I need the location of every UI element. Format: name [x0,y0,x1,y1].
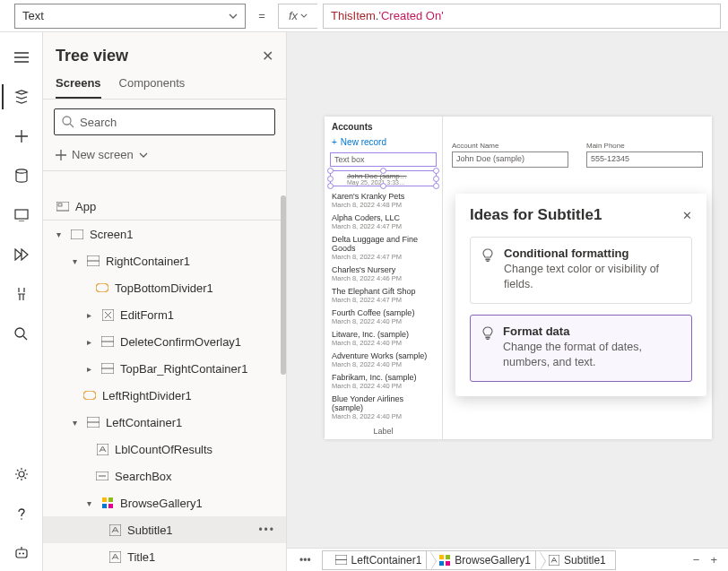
list-item[interactable]: The Elephant Gift ShopMarch 8, 2022 4:47… [332,285,435,307]
rail-treeview-icon[interactable] [2,79,41,115]
svg-rect-21 [102,497,107,502]
node-searchbox[interactable]: SearchBox [43,463,286,489]
node-title1[interactable]: Title1 [43,543,286,570]
list-item[interactable]: Litware, Inc. (sample)March 8, 2022 4:40… [332,328,435,350]
zoom-out-icon[interactable]: − [693,553,700,567]
breadcrumb-browsegallery1[interactable]: BrowseGallery1 [426,550,541,570]
treeview-title: Tree view [56,47,128,65]
tab-components[interactable]: Components [119,71,186,99]
breadcrumb-leftcontainer1[interactable]: LeftContainer1 [322,550,432,570]
idea-conditional-formatting[interactable]: Conditional formatting Change text color… [470,237,692,304]
zoom-controls[interactable]: −+ [693,553,721,567]
node-editform1[interactable]: ▸ EditForm1 [43,301,286,328]
treeview-tabs: Screens Components [43,71,286,99]
preview-selected-item[interactable]: John Doe (samp… May 25, 2021 3:33… [330,170,437,186]
node-label: LeftContainer1 [106,416,182,429]
svg-rect-11 [71,229,83,239]
container-icon [86,254,100,268]
list-item[interactable]: Adventure Works (sample)March 8, 2022 4:… [332,350,435,371]
property-dropdown[interactable]: Text [14,4,246,29]
tab-screens[interactable]: Screens [56,71,101,99]
rail-search-icon[interactable] [2,316,41,351]
formula-input[interactable]: ThisItem.'Created On' [323,4,721,29]
list-item[interactable]: Alpha Coders, LLCMarch 8, 2022 4:47 PM [332,212,435,233]
list-item[interactable]: Karen's Kranky PetsMarch 8, 2022 4:48 PM [332,190,435,212]
rail-insert-icon[interactable] [2,118,41,154]
node-rightcontainer1[interactable]: ▾ RightContainer1 [43,247,286,274]
zoom-in-icon[interactable]: + [710,553,717,567]
idea-title: Conditional formatting [504,247,680,260]
chevron-down-icon: ▾ [68,256,81,266]
canvas: Accounts +New record Text box John Doe (… [287,32,728,548]
svg-rect-13 [96,283,108,292]
field-input-mainphone[interactable]: 555-12345 [586,151,703,168]
node-subtitle1[interactable]: Subtitle1 ••• [43,516,286,543]
chevron-down-icon: ▾ [52,229,65,239]
field-label-accountname: Account Name [452,142,568,150]
list-item[interactable]: Blue Yonder Airlines (sample)March 8, 20… [332,393,435,423]
new-screen-button[interactable]: New screen [43,143,286,171]
rail-settings-icon[interactable] [2,456,41,492]
node-topbar-rightcontainer1[interactable]: ▸ TopBar_RightContainer1 [43,355,286,382]
preview-textbox[interactable]: Text box [330,152,437,167]
breadcrumb-more-icon[interactable]: ••• [294,554,316,567]
scrollbar[interactable] [281,195,286,375]
node-leftcontainer1[interactable]: ▾ LeftContainer1 [43,409,286,436]
rail-hamburger-icon[interactable] [2,39,41,75]
rail-data-icon[interactable] [2,158,41,194]
rail-help-icon[interactable] [2,496,41,532]
svg-rect-31 [439,561,444,566]
gallery-icon [100,496,115,510]
left-rail [0,32,43,571]
node-label: BrowseGallery1 [120,497,203,510]
fx-dropdown[interactable]: fx [278,4,317,29]
node-lblcountofresults[interactable]: LblCountOfResults [43,436,286,463]
svg-rect-26 [109,551,121,563]
formula-bar: Text = fx ThisItem.'Created On' [0,0,728,32]
list-item[interactable]: Charles's NurseryMarch 8, 2022 4:46 PM [332,264,435,285]
breadcrumb-subtitle1[interactable]: Subtitle1 [535,550,616,570]
divider-icon [95,281,109,295]
list-item[interactable]: Fourth Coffee (sample)March 8, 2022 4:40… [332,307,435,328]
node-topbottomdivider1[interactable]: TopBottomDivider1 [43,274,286,301]
list-item-sub: March 8, 2022 4:48 PM [332,201,435,209]
svg-rect-30 [446,555,450,559]
svg-point-6 [19,553,21,555]
svg-point-8 [63,117,71,125]
more-icon[interactable]: ••• [258,523,279,536]
textbox-icon [95,469,109,483]
svg-rect-17 [83,391,96,400]
rail-media-icon[interactable] [2,197,41,233]
list-item-sub: March 8, 2022 4:40 PM [332,339,435,347]
close-icon[interactable]: ✕ [262,48,273,65]
preview-new-record[interactable]: +New record [325,135,442,152]
lightbulb-icon [481,324,494,370]
node-screen1[interactable]: ▾ Screen1 [43,221,286,247]
idea-format-data[interactable]: Format data Change the format of dates, … [470,315,692,382]
list-item-name: The Elephant Gift Shop [332,287,435,296]
list-item[interactable]: Delta Luggage and Fine GoodsMarch 8, 202… [332,233,435,264]
node-leftrightdivider1[interactable]: LeftRightDivider1 [43,382,286,409]
rail-powerautomate-icon[interactable] [2,237,41,273]
list-item-name: Fourth Coffee (sample) [332,308,435,317]
search-input[interactable]: Search [54,108,275,135]
divider-icon [82,388,97,402]
field-input-accountname[interactable]: John Doe (sample) [452,151,568,168]
treeview-panel: Tree view ✕ Screens Components Search Ne… [43,32,287,571]
node-label: LblCountOfResults [115,443,212,456]
svg-rect-32 [446,561,450,566]
node-app[interactable]: App [43,194,286,221]
preview-list: Karen's Kranky PetsMarch 8, 2022 4:48 PM… [325,188,442,425]
node-label: SearchBox [115,470,172,483]
screen-icon [70,227,84,241]
rail-virtualagent-icon[interactable] [2,535,41,571]
node-label: Subtitle1 [127,523,173,537]
rail-variables-icon[interactable] [2,276,41,312]
node-deleteconfirmoverlay1[interactable]: ▸ DeleteConfirmOverlay1 [43,328,286,355]
close-icon[interactable]: ✕ [682,209,692,222]
list-item-sub: March 8, 2022 4:46 PM [332,274,435,282]
svg-rect-22 [108,497,113,502]
node-browsegallery1[interactable]: ▾ BrowseGallery1 [43,489,286,516]
node-label: LeftRightDivider1 [102,389,192,402]
list-item[interactable]: Fabrikam, Inc. (sample)March 8, 2022 4:4… [332,371,435,393]
